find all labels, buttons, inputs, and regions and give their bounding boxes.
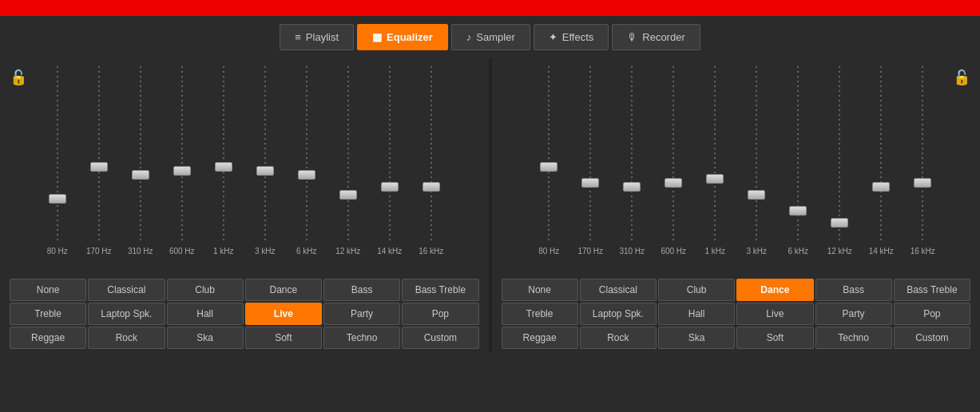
preset-btn-dance[interactable]: Dance [245, 279, 322, 301]
preset-btn-rock[interactable]: Rock [580, 327, 657, 349]
nav-btn-recorder[interactable]: 🎙Recorder [612, 24, 700, 50]
slider-track[interactable] [797, 66, 799, 242]
slider-track[interactable] [264, 66, 266, 242]
slider-thumb[interactable] [914, 178, 931, 188]
preset-btn-rock[interactable]: Rock [88, 327, 165, 349]
nav-icon: ▦ [372, 31, 382, 43]
nav-btn-sampler[interactable]: ♪Sampler [451, 24, 530, 50]
slider-track[interactable] [389, 66, 391, 242]
slider-track[interactable] [839, 66, 840, 242]
preset-btn-custom[interactable]: Custom [894, 327, 970, 349]
slider-track[interactable] [98, 66, 100, 242]
nav-icon: 🎙 [627, 31, 637, 43]
slider-track[interactable] [347, 66, 349, 242]
slider-col: 6 kHz [777, 58, 819, 266]
slider-thumb[interactable] [49, 194, 66, 204]
preset-btn-hall[interactable]: Hall [658, 303, 735, 325]
preset-btn-treble[interactable]: Treble [10, 303, 86, 325]
nav-bar: ≡Playlist▦Equalizer♪Sampler✦Effects🎙Reco… [0, 16, 980, 58]
preset-btn-bass[interactable]: Bass [815, 279, 892, 301]
slider-thumb[interactable] [90, 162, 108, 172]
slider-col: 600 Hz [653, 58, 694, 266]
slider-thumb[interactable] [256, 166, 274, 176]
slider-thumb[interactable] [623, 182, 641, 192]
slider-track[interactable] [589, 66, 591, 242]
preset-btn-live[interactable]: Live [245, 303, 322, 325]
slider-thumb[interactable] [748, 190, 765, 200]
slider-track[interactable] [57, 66, 58, 242]
slider-track[interactable] [181, 66, 183, 242]
preset-btn-bass-treble[interactable]: Bass Treble [894, 279, 970, 301]
title-bar [0, 0, 980, 16]
preset-btn-bass-treble[interactable]: Bass Treble [402, 279, 478, 301]
slider-track[interactable] [880, 66, 882, 242]
slider-track[interactable] [756, 66, 757, 242]
nav-icon: ≡ [295, 31, 301, 43]
nav-btn-effects[interactable]: ✦Effects [534, 24, 609, 50]
preset-btn-ska[interactable]: Ska [167, 327, 244, 349]
slider-thumb[interactable] [215, 162, 232, 172]
preset-btn-soft[interactable]: Soft [736, 327, 813, 349]
slider-track[interactable] [306, 66, 307, 242]
freq-label: 16 kHz [419, 247, 443, 256]
slider-track[interactable] [922, 66, 923, 242]
left-preset-grid: NoneClassicalClubDanceBassBass TrebleTre… [8, 275, 481, 352]
nav-btn-equalizer[interactable]: ▦Equalizer [357, 24, 448, 50]
preset-btn-reggae[interactable]: Reggae [502, 327, 578, 349]
slider-thumb[interactable] [381, 182, 399, 192]
slider-col: 16 kHz [411, 58, 452, 266]
preset-btn-pop[interactable]: Pop [894, 303, 970, 325]
slider-col: 3 kHz [244, 58, 286, 266]
preset-btn-techno[interactable]: Techno [323, 327, 400, 349]
preset-btn-laptop-spk[interactable]: Laptop Spk. [88, 303, 165, 325]
slider-track[interactable] [223, 66, 224, 242]
slider-thumb[interactable] [298, 170, 315, 180]
slider-track[interactable] [430, 66, 432, 242]
preset-btn-laptop-spk[interactable]: Laptop Spk. [580, 303, 657, 325]
preset-btn-treble[interactable]: Treble [502, 303, 578, 325]
left-sliders: 80 Hz170 Hz310 Hz600 Hz1 kHz3 kHz6 kHz12… [12, 58, 477, 266]
preset-btn-classical[interactable]: Classical [580, 279, 657, 301]
preset-btn-live[interactable]: Live [736, 303, 813, 325]
preset-btn-soft[interactable]: Soft [245, 327, 322, 349]
preset-btn-ska[interactable]: Ska [658, 327, 735, 349]
slider-thumb[interactable] [872, 182, 890, 192]
preset-btn-club[interactable]: Club [167, 279, 244, 301]
preset-btn-bass[interactable]: Bass [323, 279, 400, 301]
slider-track[interactable] [140, 66, 141, 242]
left-eq-panel: 🔓 80 Hz170 Hz310 Hz600 Hz1 kHz3 kHz6 kHz… [8, 58, 481, 352]
slider-col: 14 kHz [860, 58, 902, 266]
slider-thumb[interactable] [581, 178, 599, 188]
slider-track[interactable] [631, 66, 633, 242]
preset-btn-none[interactable]: None [10, 279, 86, 301]
preset-btn-pop[interactable]: Pop [402, 303, 478, 325]
slider-thumb[interactable] [831, 218, 848, 228]
preset-btn-hall[interactable]: Hall [167, 303, 244, 325]
slider-thumb[interactable] [706, 174, 724, 184]
freq-label: 80 Hz [538, 247, 559, 256]
right-preset-grid: NoneClassicalClubDanceBassBass TrebleTre… [500, 275, 973, 352]
preset-btn-dance[interactable]: Dance [736, 279, 813, 301]
slider-track[interactable] [714, 66, 716, 242]
slider-thumb[interactable] [132, 170, 149, 180]
slider-thumb[interactable] [339, 190, 357, 200]
preset-btn-techno[interactable]: Techno [815, 327, 892, 349]
preset-btn-party[interactable]: Party [815, 303, 892, 325]
slider-thumb[interactable] [173, 166, 191, 176]
freq-label: 170 Hz [86, 247, 112, 256]
slider-track[interactable] [548, 66, 550, 242]
preset-btn-classical[interactable]: Classical [88, 279, 165, 301]
right-lock-icon[interactable]: 🔓 [953, 69, 970, 86]
preset-btn-club[interactable]: Club [658, 279, 735, 301]
preset-btn-party[interactable]: Party [323, 303, 400, 325]
slider-thumb[interactable] [423, 182, 440, 192]
preset-btn-reggae[interactable]: Reggae [10, 327, 86, 349]
preset-btn-none[interactable]: None [502, 279, 578, 301]
slider-thumb[interactable] [540, 162, 557, 172]
nav-btn-playlist[interactable]: ≡Playlist [280, 24, 354, 50]
slider-thumb[interactable] [665, 178, 682, 188]
preset-btn-custom[interactable]: Custom [402, 327, 478, 349]
slider-track[interactable] [673, 66, 674, 242]
left-lock-icon[interactable]: 🔓 [10, 69, 27, 86]
slider-thumb[interactable] [789, 206, 807, 216]
